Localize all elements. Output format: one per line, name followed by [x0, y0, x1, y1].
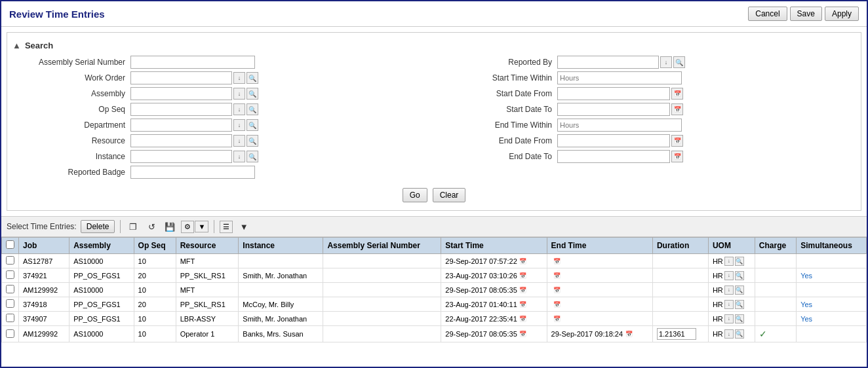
- columns-button[interactable]: ☰: [220, 221, 233, 233]
- department-search-icon[interactable]: 🔍: [247, 119, 258, 131]
- instance-search-icon[interactable]: 🔍: [247, 151, 258, 162]
- label-resource: Resource: [12, 136, 130, 145]
- uom-search-icon[interactable]: 🔍: [735, 300, 744, 309]
- field-reported-by: Reported By ↓ 🔍: [439, 56, 856, 69]
- end-time-calendar-icon[interactable]: 📅: [553, 271, 562, 280]
- uom-dropdown-icon[interactable]: ↓: [724, 329, 734, 339]
- work-order-dropdown-icon[interactable]: ↓: [233, 72, 245, 84]
- col-job: Job: [19, 238, 69, 254]
- uom-search-icon[interactable]: 🔍: [735, 329, 744, 339]
- cell-instance: [239, 283, 323, 297]
- simultaneous-value: Yes: [800, 272, 812, 280]
- start-time-calendar-icon[interactable]: 📅: [519, 314, 528, 323]
- uom-dropdown-icon[interactable]: ↓: [724, 300, 734, 309]
- instance-dropdown-icon[interactable]: ↓: [233, 151, 245, 162]
- end-date-from-calendar-icon[interactable]: 📅: [671, 135, 683, 147]
- work-order-input[interactable]: [130, 71, 232, 84]
- end-time-calendar-icon[interactable]: 📅: [553, 300, 562, 309]
- end-date-to-calendar-icon[interactable]: 📅: [671, 151, 683, 162]
- gear-button[interactable]: ⚙: [181, 221, 194, 233]
- end-time-calendar-icon[interactable]: 📅: [553, 257, 562, 266]
- cancel-button[interactable]: Cancel: [748, 7, 787, 21]
- assembly-input[interactable]: [130, 87, 232, 100]
- row-checkbox[interactable]: [6, 299, 14, 308]
- row-checkbox[interactable]: [6, 314, 14, 322]
- label-end-time-within: End Time Within: [439, 120, 557, 130]
- row-checkbox[interactable]: [6, 256, 14, 265]
- refresh-icon[interactable]: ↺: [144, 219, 159, 234]
- assembly-search-icon[interactable]: 🔍: [247, 88, 258, 100]
- op-seq-input[interactable]: [130, 103, 232, 116]
- cell-simultaneous: [797, 326, 867, 342]
- export-icon[interactable]: ❐: [126, 219, 140, 234]
- collapse-icon: ▲: [12, 41, 21, 50]
- start-date-to-calendar-icon[interactable]: 📅: [671, 103, 683, 115]
- input-work-order: ↓ 🔍: [130, 71, 258, 84]
- start-time-calendar-icon[interactable]: 📅: [519, 271, 528, 280]
- work-order-search-icon[interactable]: 🔍: [247, 72, 258, 84]
- cell-job: 374907: [19, 312, 69, 326]
- gear-dropdown-arrow[interactable]: ▼: [195, 221, 208, 232]
- columns-dropdown-arrow[interactable]: ▼: [237, 219, 251, 234]
- start-date-to-input[interactable]: [557, 103, 670, 116]
- uom-dropdown-icon[interactable]: ↓: [724, 285, 734, 295]
- start-time-calendar-icon[interactable]: 📅: [519, 257, 528, 266]
- delete-button[interactable]: Delete: [81, 220, 115, 233]
- apply-button[interactable]: Apply: [825, 7, 859, 21]
- start-time-within-input[interactable]: [557, 71, 682, 84]
- cell-uom: HR↓🔍: [708, 254, 755, 268]
- cell-start-time: 22-Aug-2017 22:35:41📅: [441, 312, 547, 326]
- reported-badge-input[interactable]: [130, 166, 255, 179]
- uom-dropdown-icon[interactable]: ↓: [724, 257, 734, 266]
- uom-value: HR: [713, 315, 723, 323]
- go-button[interactable]: Go: [403, 188, 427, 202]
- op-seq-dropdown-icon[interactable]: ↓: [233, 103, 245, 115]
- end-date-to-input[interactable]: [557, 150, 670, 163]
- uom-search-icon[interactable]: 🔍: [735, 257, 744, 266]
- start-date-from-calendar-icon[interactable]: 📅: [671, 88, 683, 100]
- cell-uom: HR↓🔍: [708, 268, 755, 283]
- start-date-from-input[interactable]: [557, 87, 670, 100]
- uom-search-icon[interactable]: 🔍: [735, 285, 744, 295]
- assembly-dropdown-icon[interactable]: ↓: [233, 88, 245, 100]
- end-time-calendar-icon[interactable]: 📅: [553, 314, 562, 323]
- cell-charge: [755, 254, 796, 268]
- uom-dropdown-icon[interactable]: ↓: [724, 314, 734, 323]
- reported-by-input[interactable]: [557, 56, 659, 69]
- save-search-icon[interactable]: 💾: [163, 219, 177, 234]
- clear-button[interactable]: Clear: [433, 188, 466, 202]
- end-time-within-input[interactable]: [557, 119, 682, 132]
- cell-job: AM129992: [19, 283, 69, 297]
- op-seq-search-icon[interactable]: 🔍: [247, 103, 258, 115]
- end-date-from-input[interactable]: [557, 134, 670, 147]
- select-all-checkbox[interactable]: [6, 240, 14, 249]
- end-time-calendar-icon[interactable]: 📅: [624, 329, 633, 339]
- end-time-calendar-icon[interactable]: 📅: [553, 285, 562, 295]
- start-time-calendar-icon[interactable]: 📅: [519, 285, 528, 295]
- department-dropdown-icon[interactable]: ↓: [233, 119, 245, 131]
- uom-search-icon[interactable]: 🔍: [735, 271, 744, 280]
- search-section-header[interactable]: ▲ Search: [7, 38, 861, 53]
- field-work-order: Work Order ↓ 🔍: [12, 71, 429, 84]
- field-start-date-to: Start Date To 📅: [439, 103, 856, 116]
- assembly-serial-input[interactable]: [130, 56, 255, 69]
- resource-dropdown-icon[interactable]: ↓: [233, 135, 245, 147]
- reported-by-dropdown-icon[interactable]: ↓: [660, 56, 672, 68]
- row-checkbox[interactable]: [6, 329, 14, 338]
- save-button[interactable]: Save: [790, 7, 822, 21]
- instance-input[interactable]: [130, 150, 232, 163]
- label-department: Department: [12, 120, 130, 130]
- start-time-calendar-icon[interactable]: 📅: [519, 300, 528, 309]
- cell-start-time: 29-Sep-2017 08:05:35📅: [441, 326, 547, 342]
- resource-search-icon[interactable]: 🔍: [247, 135, 258, 147]
- uom-dropdown-icon[interactable]: ↓: [724, 271, 734, 280]
- row-checkbox[interactable]: [6, 270, 14, 279]
- start-time-calendar-icon[interactable]: 📅: [519, 329, 528, 339]
- row-checkbox[interactable]: [6, 285, 14, 293]
- reported-by-search-icon[interactable]: 🔍: [673, 56, 685, 68]
- cell-assembly: AS10000: [69, 254, 134, 268]
- resource-input[interactable]: [130, 134, 232, 147]
- uom-search-icon[interactable]: 🔍: [735, 314, 744, 323]
- department-input[interactable]: [130, 119, 232, 132]
- duration-input[interactable]: [657, 328, 696, 340]
